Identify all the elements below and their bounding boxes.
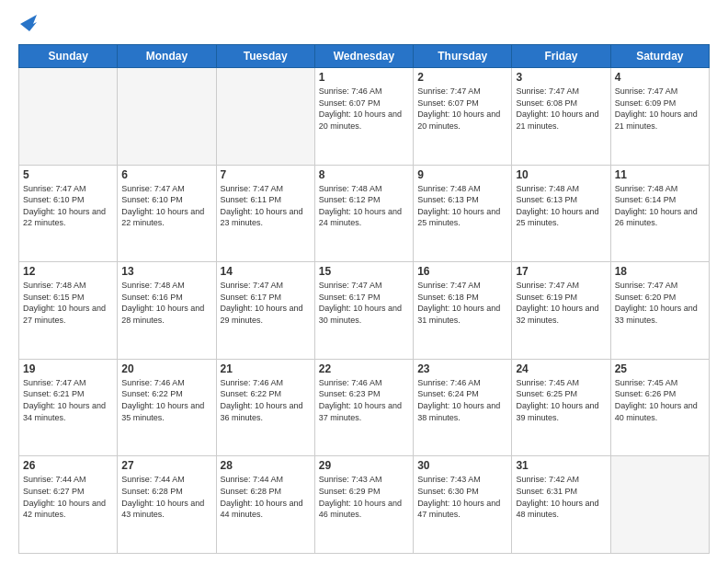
calendar-cell: 14Sunrise: 7:47 AM Sunset: 6:17 PM Dayli… [216, 262, 314, 360]
logo-text [18, 15, 37, 35]
calendar-cell [216, 68, 314, 166]
calendar-week-1: 1Sunrise: 7:46 AM Sunset: 6:07 PM Daylig… [19, 68, 710, 166]
logo [18, 15, 37, 35]
calendar-cell: 26Sunrise: 7:44 AM Sunset: 6:27 PM Dayli… [19, 456, 118, 554]
day-info: Sunrise: 7:48 AM Sunset: 6:16 PM Dayligh… [121, 280, 211, 326]
calendar-cell: 17Sunrise: 7:47 AM Sunset: 6:19 PM Dayli… [512, 262, 610, 360]
day-info: Sunrise: 7:48 AM Sunset: 6:13 PM Dayligh… [516, 183, 606, 229]
day-info: Sunrise: 7:44 AM Sunset: 6:27 PM Dayligh… [23, 474, 113, 520]
calendar-cell: 9Sunrise: 7:48 AM Sunset: 6:13 PM Daylig… [414, 165, 512, 262]
day-number: 1 [319, 71, 409, 84]
day-number: 25 [615, 362, 705, 375]
day-info: Sunrise: 7:46 AM Sunset: 6:22 PM Dayligh… [121, 377, 211, 423]
day-info: Sunrise: 7:46 AM Sunset: 6:07 PM Dayligh… [319, 86, 409, 132]
calendar-week-4: 19Sunrise: 7:47 AM Sunset: 6:21 PM Dayli… [19, 359, 710, 456]
day-info: Sunrise: 7:47 AM Sunset: 6:17 PM Dayligh… [319, 280, 409, 326]
calendar-cell: 11Sunrise: 7:48 AM Sunset: 6:14 PM Dayli… [610, 165, 709, 262]
day-number: 30 [417, 459, 507, 472]
day-info: Sunrise: 7:46 AM Sunset: 6:24 PM Dayligh… [417, 377, 507, 423]
header [18, 15, 710, 35]
calendar-cell [19, 68, 118, 166]
day-number: 16 [417, 265, 507, 278]
calendar-cell: 8Sunrise: 7:48 AM Sunset: 6:12 PM Daylig… [314, 165, 413, 262]
calendar-cell: 5Sunrise: 7:47 AM Sunset: 6:10 PM Daylig… [19, 165, 118, 262]
day-number: 15 [319, 265, 409, 278]
day-info: Sunrise: 7:47 AM Sunset: 6:10 PM Dayligh… [23, 183, 113, 229]
day-info: Sunrise: 7:46 AM Sunset: 6:22 PM Dayligh… [221, 377, 311, 423]
calendar-cell: 3Sunrise: 7:47 AM Sunset: 6:08 PM Daylig… [512, 68, 610, 166]
calendar-cell: 2Sunrise: 7:47 AM Sunset: 6:07 PM Daylig… [414, 68, 512, 166]
day-number: 29 [319, 459, 409, 472]
day-info: Sunrise: 7:43 AM Sunset: 6:30 PM Dayligh… [417, 474, 507, 520]
day-info: Sunrise: 7:44 AM Sunset: 6:28 PM Dayligh… [221, 474, 311, 520]
weekday-header-tuesday: Tuesday [216, 45, 314, 68]
page: SundayMondayTuesdayWednesdayThursdayFrid… [0, 0, 728, 563]
calendar-cell: 12Sunrise: 7:48 AM Sunset: 6:15 PM Dayli… [19, 262, 118, 360]
day-number: 6 [121, 168, 211, 181]
day-info: Sunrise: 7:47 AM Sunset: 6:11 PM Dayligh… [221, 183, 311, 229]
day-number: 11 [615, 168, 705, 181]
calendar-cell: 10Sunrise: 7:48 AM Sunset: 6:13 PM Dayli… [512, 165, 610, 262]
calendar-cell: 13Sunrise: 7:48 AM Sunset: 6:16 PM Dayli… [118, 262, 216, 360]
day-number: 23 [417, 362, 507, 375]
calendar-week-3: 12Sunrise: 7:48 AM Sunset: 6:15 PM Dayli… [19, 262, 710, 360]
day-number: 4 [615, 71, 705, 84]
calendar-cell: 31Sunrise: 7:42 AM Sunset: 6:31 PM Dayli… [512, 456, 610, 554]
day-number: 31 [516, 459, 606, 472]
day-number: 27 [121, 459, 211, 472]
day-number: 19 [23, 362, 113, 375]
weekday-header-row: SundayMondayTuesdayWednesdayThursdayFrid… [19, 45, 710, 68]
calendar-cell [610, 456, 709, 554]
day-number: 9 [417, 168, 507, 181]
calendar-cell: 27Sunrise: 7:44 AM Sunset: 6:28 PM Dayli… [118, 456, 216, 554]
day-number: 2 [417, 71, 507, 84]
calendar-cell: 23Sunrise: 7:46 AM Sunset: 6:24 PM Dayli… [414, 359, 512, 456]
day-info: Sunrise: 7:43 AM Sunset: 6:29 PM Dayligh… [319, 474, 409, 520]
day-number: 7 [221, 168, 311, 181]
day-info: Sunrise: 7:47 AM Sunset: 6:18 PM Dayligh… [417, 280, 507, 326]
calendar-week-2: 5Sunrise: 7:47 AM Sunset: 6:10 PM Daylig… [19, 165, 710, 262]
day-number: 10 [516, 168, 606, 181]
calendar-cell: 28Sunrise: 7:44 AM Sunset: 6:28 PM Dayli… [216, 456, 314, 554]
day-number: 20 [121, 362, 211, 375]
day-number: 28 [221, 459, 311, 472]
weekday-header-saturday: Saturday [610, 45, 709, 68]
weekday-header-wednesday: Wednesday [314, 45, 413, 68]
day-info: Sunrise: 7:48 AM Sunset: 6:12 PM Dayligh… [319, 183, 409, 229]
calendar-cell: 30Sunrise: 7:43 AM Sunset: 6:30 PM Dayli… [414, 456, 512, 554]
day-info: Sunrise: 7:47 AM Sunset: 6:21 PM Dayligh… [23, 377, 113, 423]
day-number: 26 [23, 459, 113, 472]
calendar-cell [118, 68, 216, 166]
day-number: 13 [121, 265, 211, 278]
day-info: Sunrise: 7:42 AM Sunset: 6:31 PM Dayligh… [516, 474, 606, 520]
weekday-header-friday: Friday [512, 45, 610, 68]
day-info: Sunrise: 7:45 AM Sunset: 6:25 PM Dayligh… [516, 377, 606, 423]
day-info: Sunrise: 7:48 AM Sunset: 6:15 PM Dayligh… [23, 280, 113, 326]
calendar-cell: 6Sunrise: 7:47 AM Sunset: 6:10 PM Daylig… [118, 165, 216, 262]
weekday-header-monday: Monday [118, 45, 216, 68]
day-info: Sunrise: 7:47 AM Sunset: 6:17 PM Dayligh… [221, 280, 311, 326]
day-info: Sunrise: 7:47 AM Sunset: 6:10 PM Dayligh… [121, 183, 211, 229]
calendar-week-5: 26Sunrise: 7:44 AM Sunset: 6:27 PM Dayli… [19, 456, 710, 554]
day-number: 3 [516, 71, 606, 84]
day-info: Sunrise: 7:47 AM Sunset: 6:07 PM Dayligh… [417, 86, 507, 132]
calendar-cell: 18Sunrise: 7:47 AM Sunset: 6:20 PM Dayli… [610, 262, 709, 360]
calendar-cell: 21Sunrise: 7:46 AM Sunset: 6:22 PM Dayli… [216, 359, 314, 456]
day-number: 8 [319, 168, 409, 181]
day-info: Sunrise: 7:47 AM Sunset: 6:20 PM Dayligh… [615, 280, 705, 326]
calendar-cell: 29Sunrise: 7:43 AM Sunset: 6:29 PM Dayli… [314, 456, 413, 554]
calendar-cell: 4Sunrise: 7:47 AM Sunset: 6:09 PM Daylig… [610, 68, 709, 166]
calendar-cell: 24Sunrise: 7:45 AM Sunset: 6:25 PM Dayli… [512, 359, 610, 456]
day-number: 22 [319, 362, 409, 375]
day-number: 21 [221, 362, 311, 375]
logo-bird-icon [20, 15, 37, 35]
day-number: 12 [23, 265, 113, 278]
day-info: Sunrise: 7:48 AM Sunset: 6:13 PM Dayligh… [417, 183, 507, 229]
calendar-cell: 15Sunrise: 7:47 AM Sunset: 6:17 PM Dayli… [314, 262, 413, 360]
calendar-cell: 1Sunrise: 7:46 AM Sunset: 6:07 PM Daylig… [314, 68, 413, 166]
calendar-cell: 20Sunrise: 7:46 AM Sunset: 6:22 PM Dayli… [118, 359, 216, 456]
calendar-cell: 16Sunrise: 7:47 AM Sunset: 6:18 PM Dayli… [414, 262, 512, 360]
day-info: Sunrise: 7:47 AM Sunset: 6:08 PM Dayligh… [516, 86, 606, 132]
weekday-header-thursday: Thursday [414, 45, 512, 68]
svg-marker-0 [20, 15, 37, 31]
